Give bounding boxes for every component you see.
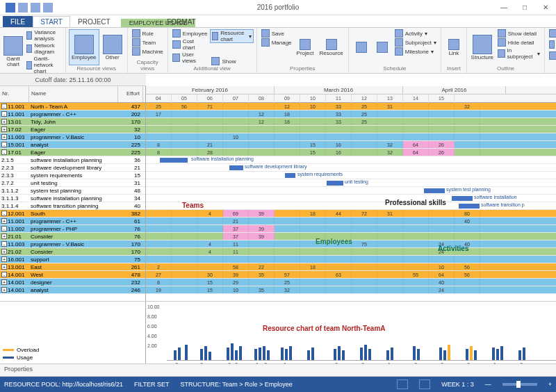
zoom-in-icon[interactable]: +: [548, 381, 552, 388]
table-row[interactable]: +16.001support75: [0, 256, 145, 263]
network-diagram-item[interactable]: Network diagram: [25, 42, 63, 55]
schedule-button[interactable]: [352, 29, 371, 65]
expand-icon[interactable]: +: [1, 218, 7, 224]
resource-chart-item[interactable]: Resource chart ▾: [210, 29, 253, 43]
structure-button[interactable]: Structure: [470, 29, 495, 65]
save-item[interactable]: Save: [260, 29, 293, 38]
team-item[interactable]: Team: [131, 38, 165, 47]
gantt-bar[interactable]: [327, 181, 343, 186]
tab-start[interactable]: START: [33, 16, 70, 27]
table-row[interactable]: 3.1.1.2system test planning48: [0, 187, 145, 195]
employee-button[interactable]: Employee: [69, 29, 99, 65]
zoom-slider[interactable]: [502, 383, 537, 386]
role-item[interactable]: Role: [131, 29, 165, 38]
table-row[interactable]: +17.02Eager32: [0, 126, 145, 133]
expand-icon[interactable]: -: [1, 272, 7, 277]
timeline[interactable]: February 2016March 2016April 2016 040506…: [146, 86, 556, 301]
expand-icon[interactable]: +: [1, 126, 7, 132]
timeline-row[interactable]: 3739: [146, 225, 556, 233]
search-item[interactable]: Search: [548, 51, 556, 60]
expand-icon[interactable]: +: [1, 287, 7, 293]
gantt-bar[interactable]: [452, 196, 473, 201]
table-row[interactable]: -11.001North - Team A437: [0, 103, 145, 111]
expand-icon[interactable]: -: [1, 142, 7, 147]
table-row[interactable]: +21.01Consider76: [0, 233, 145, 240]
table-row[interactable]: -11.003programmer - V.Basic170: [0, 240, 145, 248]
user-views-item[interactable]: User views: [171, 51, 209, 64]
timeline-row[interactable]: 8281516326426: [146, 149, 556, 156]
table-row[interactable]: -12.001South382: [0, 210, 145, 218]
expand-icon[interactable]: -: [1, 211, 7, 216]
timeline-row[interactable]: [146, 187, 556, 195]
zoom-out-icon[interactable]: —: [485, 381, 491, 388]
timeline-row[interactable]: [146, 164, 556, 172]
table-row[interactable]: +14.001designer232: [0, 279, 145, 286]
table-row[interactable]: +21.02Consider170: [0, 248, 145, 256]
gantt-bar[interactable]: [160, 158, 188, 163]
gantt-chart-button[interactable]: Gantt chart: [3, 29, 24, 74]
table-row[interactable]: +13.01Tidy, John170: [0, 118, 145, 126]
table-row[interactable]: +11.003programmer - V.Basic10: [0, 133, 145, 141]
resource-prop-button[interactable]: Resource: [317, 29, 345, 65]
hide-detail-item[interactable]: Hide detail: [496, 38, 542, 47]
table-row[interactable]: -11.002programmer - PHP76: [0, 225, 145, 233]
table-row[interactable]: +11.001programmer - C++61: [0, 218, 145, 225]
timeline-row[interactable]: 2140: [146, 218, 556, 225]
timeline-row[interactable]: 411752440: [146, 240, 556, 248]
gantt-bar[interactable]: [229, 165, 243, 170]
expand-icon[interactable]: -: [1, 149, 7, 155]
table-row[interactable]: -14.001West478: [0, 271, 145, 279]
minimize-button[interactable]: —: [493, 3, 514, 11]
other-button[interactable]: Other: [101, 29, 124, 65]
clear-filters-item[interactable]: Clear filters ▾: [548, 38, 556, 51]
timeline-row[interactable]: 3739: [146, 233, 556, 240]
show-detail-item[interactable]: Show detail: [496, 29, 542, 38]
table-row[interactable]: +13.001East261: [0, 263, 145, 271]
col-header-name[interactable]: Name: [29, 86, 118, 102]
close-button[interactable]: ✕: [535, 3, 556, 11]
timeline-row[interactable]: 25822181056: [146, 263, 556, 271]
gantt-network-item[interactable]: Gantt-network chart: [25, 56, 63, 74]
timeline-row[interactable]: [146, 126, 556, 133]
expand-icon[interactable]: -: [1, 111, 7, 117]
cost-chart-item[interactable]: Cost chart: [171, 38, 209, 51]
manage-item[interactable]: Manage: [260, 38, 293, 47]
expand-icon[interactable]: +: [1, 234, 7, 239]
expand-icon[interactable]: +: [1, 249, 7, 254]
show-item[interactable]: Show: [210, 57, 253, 65]
filter-item[interactable]: Filter: [548, 29, 556, 38]
timeline-row[interactable]: [146, 256, 556, 263]
table-row[interactable]: 2.3.3system requirements15: [0, 172, 145, 179]
subproject-item[interactable]: Subproject ▾: [393, 38, 438, 47]
variance-analysis-item[interactable]: Variance analysis: [25, 29, 63, 42]
expand-icon[interactable]: -: [1, 104, 7, 109]
timeline-row[interactable]: 1712183325: [146, 111, 556, 118]
table-row[interactable]: 2.2.3software development library21: [0, 164, 145, 172]
timeline-row[interactable]: 469391844723180: [146, 210, 556, 218]
expand-icon[interactable]: -: [1, 241, 7, 247]
maximize-button[interactable]: □: [514, 3, 535, 11]
table-row[interactable]: 3.1.1.4software transition planning40: [0, 202, 145, 210]
gantt-bar[interactable]: [459, 204, 480, 209]
table-row[interactable]: 3.1.1.3software installation planning34: [0, 195, 145, 202]
table-row[interactable]: -17.01Eager225: [0, 149, 145, 156]
qat-icon[interactable]: [6, 3, 15, 13]
timeline-row[interactable]: 815292540: [146, 279, 556, 286]
timeline-row[interactable]: 10: [146, 133, 556, 141]
timeline-row[interactable]: 12183325: [146, 118, 556, 126]
tab-file[interactable]: FILE: [3, 16, 33, 27]
tab-project[interactable]: PROJECT: [70, 16, 118, 27]
save-icon[interactable]: [18, 3, 28, 13]
expand-icon[interactable]: +: [1, 256, 7, 262]
expand-icon[interactable]: -: [1, 226, 7, 231]
timeline-row[interactable]: 255671121033253132: [146, 103, 556, 111]
machine-item[interactable]: Machine: [131, 47, 165, 56]
activity-item[interactable]: Activity ▾: [393, 29, 438, 38]
table-row[interactable]: +14.001analyst246: [0, 286, 145, 294]
undo-icon[interactable]: [31, 3, 40, 13]
table-row[interactable]: 2.1.5software installation planning36: [0, 156, 145, 164]
tab-format[interactable]: FORMAT: [159, 16, 203, 27]
expand-icon[interactable]: +: [1, 264, 7, 270]
table-row[interactable]: -11.001programmer - C++202: [0, 111, 145, 118]
table-row[interactable]: -15.001analyst225: [0, 141, 145, 149]
